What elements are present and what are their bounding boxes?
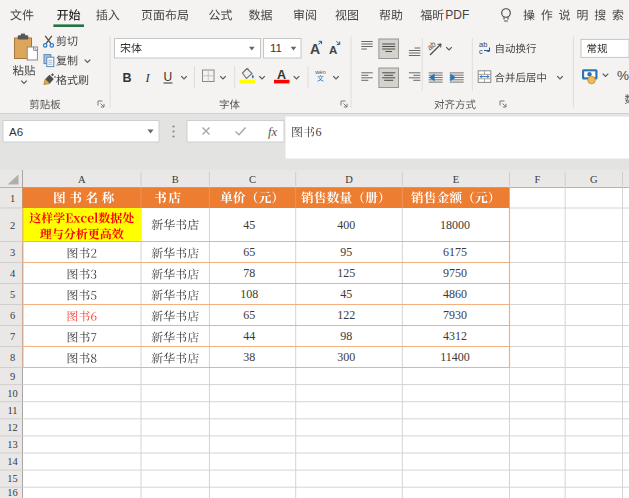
svg-text:12: 12 (7, 422, 18, 433)
svg-text:78: 78 (243, 266, 255, 280)
svg-text:11: 11 (7, 405, 17, 416)
svg-text:15: 15 (7, 473, 18, 484)
svg-text:7930: 7930 (443, 308, 467, 322)
svg-text:11: 11 (270, 42, 282, 54)
svg-text:14: 14 (7, 456, 18, 467)
svg-text:18000: 18000 (440, 218, 470, 232)
svg-text:11400: 11400 (440, 350, 470, 364)
svg-text:%: % (617, 68, 629, 83)
svg-text:wén: wén (314, 69, 326, 75)
svg-text:U: U (164, 70, 173, 84)
svg-text:PDF: PDF (445, 8, 469, 22)
svg-text:C: C (249, 174, 256, 185)
svg-text:65: 65 (243, 308, 255, 322)
svg-text:I: I (145, 71, 151, 85)
svg-text:13: 13 (7, 439, 18, 450)
svg-text:fx: fx (268, 125, 277, 139)
svg-text:45: 45 (243, 218, 255, 232)
svg-text:3: 3 (10, 247, 15, 258)
svg-text:65: 65 (243, 245, 255, 259)
svg-text:9: 9 (10, 371, 15, 382)
svg-text:4: 4 (10, 268, 16, 279)
svg-text:6: 6 (316, 125, 322, 139)
svg-text:10: 10 (7, 388, 18, 399)
svg-text:7: 7 (10, 331, 15, 342)
svg-text:38: 38 (243, 350, 255, 364)
svg-text:44: 44 (243, 329, 255, 343)
svg-text:A: A (329, 44, 337, 56)
svg-text:300: 300 (337, 350, 355, 364)
svg-text:G: G (590, 174, 598, 185)
svg-text:16: 16 (7, 487, 18, 498)
svg-text:1: 1 (10, 193, 15, 204)
svg-text:95: 95 (340, 245, 352, 259)
svg-text:D: D (345, 174, 353, 185)
svg-text:8: 8 (10, 352, 15, 363)
svg-text:A: A (78, 174, 86, 185)
svg-text:4312: 4312 (443, 329, 467, 343)
svg-text:E: E (453, 174, 459, 185)
svg-text:9750: 9750 (443, 266, 467, 280)
svg-text:B: B (123, 71, 132, 85)
svg-text:98: 98 (340, 329, 352, 343)
svg-text:2: 2 (10, 220, 15, 231)
svg-text:B: B (172, 174, 179, 185)
svg-text:125: 125 (337, 266, 355, 280)
svg-text:c: c (479, 47, 483, 56)
svg-text:108: 108 (240, 287, 258, 301)
svg-text:F: F (534, 174, 540, 185)
svg-text:45: 45 (340, 287, 352, 301)
svg-text:122: 122 (337, 308, 355, 322)
svg-text:400: 400 (337, 218, 355, 232)
svg-text:6: 6 (10, 310, 15, 321)
svg-text:6175: 6175 (443, 245, 467, 259)
svg-text:A: A (310, 41, 320, 57)
svg-text:5: 5 (10, 289, 15, 300)
svg-text:4860: 4860 (443, 287, 467, 301)
svg-text:A6: A6 (9, 126, 23, 138)
